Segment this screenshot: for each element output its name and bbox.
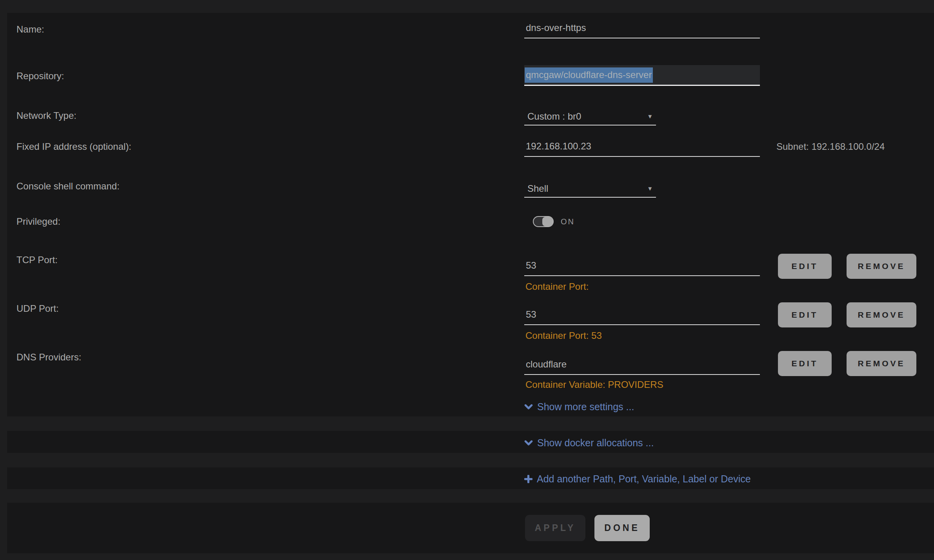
plus-icon [524,475,532,483]
show-docker-allocations-text: Show docker allocations ... [537,436,654,449]
console-shell-value: Shell [524,183,548,194]
privileged-label: Privileged: [16,216,60,227]
tcp-port-note: Container Port: [525,281,589,293]
dropdown-caret-icon: ▼ [647,113,656,120]
udp-port-input[interactable] [524,307,760,325]
dns-providers-note: Container Variable: PROVIDERS [525,379,663,391]
docker-allocations-row [7,431,934,453]
repository-label: Repository: [16,70,64,82]
tcp-edit-button[interactable]: EDIT [778,254,832,279]
udp-edit-button[interactable]: EDIT [778,302,832,327]
apply-button[interactable]: APPLY [525,515,585,541]
subnet-note: Subnet: 192.168.100.0/24 [776,141,885,153]
repository-input[interactable]: qmcgaw/cloudflare-dns-server [524,65,760,86]
name-label: Name: [16,24,44,35]
network-type-select[interactable]: Custom : br0 ▼ [524,108,656,125]
show-more-settings-link[interactable]: Show more settings ... [524,400,634,413]
tcp-port-input[interactable] [524,258,760,276]
privileged-toggle[interactable] [533,216,554,227]
toggle-knob [542,217,553,226]
network-type-value: Custom : br0 [524,111,581,122]
tcp-remove-button[interactable]: REMOVE [847,254,916,279]
tcp-port-label: TCP Port: [16,254,58,266]
udp-port-label: UDP Port: [16,303,59,315]
add-another-link[interactable]: Add another Path, Port, Variable, Label … [524,473,751,485]
chevron-down-icon [524,438,533,447]
dns-providers-label: DNS Providers: [16,351,81,363]
udp-port-note: Container Port: 53 [525,330,602,342]
add-another-row [7,467,934,489]
dns-remove-button[interactable]: REMOVE [847,351,916,376]
dns-edit-button[interactable]: EDIT [778,351,832,376]
fixed-ip-label: Fixed IP address (optional): [16,141,131,153]
show-more-settings-text: Show more settings ... [537,400,634,413]
add-another-text: Add another Path, Port, Variable, Label … [537,473,751,485]
network-type-label: Network Type: [16,110,76,122]
repository-selected-text: qmcgaw/cloudflare-dns-server [525,67,653,83]
actions-row [7,503,934,553]
udp-remove-button[interactable]: REMOVE [847,302,916,327]
chevron-down-icon [524,402,533,411]
fixed-ip-input[interactable] [524,139,760,157]
name-input[interactable] [524,20,760,38]
done-button[interactable]: DONE [594,515,650,541]
console-shell-select[interactable]: Shell ▼ [524,180,656,198]
show-docker-allocations-link[interactable]: Show docker allocations ... [524,436,654,449]
dropdown-caret-icon: ▼ [647,185,656,192]
dns-providers-input[interactable] [524,357,760,375]
privileged-state: ON [561,217,575,226]
console-shell-label: Console shell command: [16,180,120,192]
